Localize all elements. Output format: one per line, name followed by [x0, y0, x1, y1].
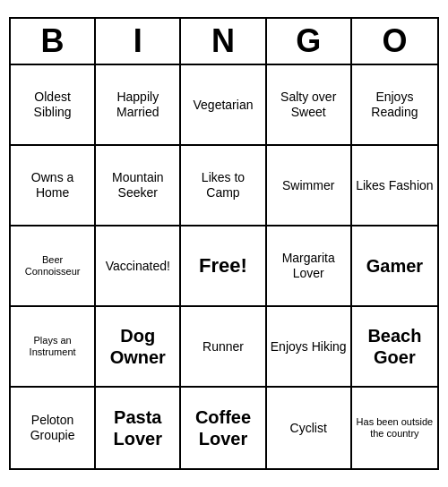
bingo-cell: Pasta Lover: [96, 388, 181, 468]
cell-text: Salty over Sweet: [271, 90, 347, 120]
cell-text: Runner: [202, 339, 244, 355]
cell-text: Likes Fashion: [356, 178, 433, 193]
header-letter: G: [267, 19, 352, 64]
bingo-cell: Gamer: [352, 226, 437, 307]
bingo-grid: Oldest SiblingHappily MarriedVegetarianS…: [11, 65, 437, 468]
cell-text: Mountain Seeker: [99, 170, 176, 201]
bingo-cell: Enjoys Hiking: [267, 307, 352, 388]
bingo-card: BINGO Oldest SiblingHappily MarriedVeget…: [9, 17, 439, 470]
cell-text: Owns a Home: [14, 170, 90, 201]
cell-text: Pasta Lover: [99, 406, 176, 449]
bingo-cell: Plays an Instrument: [11, 307, 96, 388]
bingo-cell: Salty over Sweet: [267, 65, 352, 146]
bingo-cell: Mountain Seeker: [96, 146, 181, 226]
cell-text: Swimmer: [282, 178, 334, 193]
cell-text: Happily Married: [99, 90, 176, 120]
cell-text: Enjoys Reading: [356, 90, 434, 120]
bingo-cell: Margarita Lover: [267, 226, 352, 307]
bingo-cell: Coffee Lover: [181, 388, 266, 468]
cell-text: Has been outside the country: [356, 416, 434, 440]
bingo-cell: Likes Fashion: [352, 146, 437, 226]
bingo-cell: Peloton Groupie: [11, 388, 96, 468]
bingo-cell: Happily Married: [96, 65, 181, 146]
cell-text: Beach Goer: [356, 325, 434, 368]
cell-text: Beer Connoisseur: [14, 254, 90, 278]
bingo-cell: Cyclist: [267, 388, 352, 468]
bingo-cell: Vaccinated!: [96, 226, 181, 307]
bingo-cell: Beer Connoisseur: [11, 226, 96, 307]
cell-text: Cyclist: [290, 421, 327, 436]
bingo-cell: Enjoys Reading: [352, 65, 437, 146]
cell-text: Likes to Camp: [185, 170, 261, 201]
bingo-cell: Has been outside the country: [352, 388, 437, 468]
bingo-cell: Free!: [181, 226, 266, 307]
header-letter: B: [11, 19, 96, 64]
cell-text: Dog Owner: [99, 325, 176, 368]
header-letter: O: [352, 19, 437, 64]
bingo-cell: Owns a Home: [11, 146, 96, 226]
cell-text: Peloton Groupie: [14, 413, 90, 443]
bingo-cell: Likes to Camp: [181, 146, 266, 226]
cell-text: Oldest Sibling: [14, 90, 90, 120]
cell-text: Vaccinated!: [106, 259, 170, 274]
bingo-cell: Beach Goer: [352, 307, 437, 388]
bingo-cell: Oldest Sibling: [11, 65, 96, 146]
bingo-cell: Dog Owner: [96, 307, 181, 388]
cell-text: Free!: [199, 254, 247, 278]
cell-text: Coffee Lover: [185, 406, 261, 449]
cell-text: Gamer: [366, 255, 423, 277]
bingo-cell: Runner: [181, 307, 266, 388]
cell-text: Enjoys Hiking: [271, 339, 347, 355]
bingo-cell: Swimmer: [267, 146, 352, 226]
bingo-header: BINGO: [11, 19, 437, 65]
cell-text: Plays an Instrument: [14, 335, 90, 358]
header-letter: N: [181, 19, 266, 64]
header-letter: I: [96, 19, 181, 64]
cell-text: Margarita Lover: [271, 251, 347, 281]
cell-text: Vegetarian: [194, 98, 254, 113]
bingo-cell: Vegetarian: [181, 65, 266, 146]
